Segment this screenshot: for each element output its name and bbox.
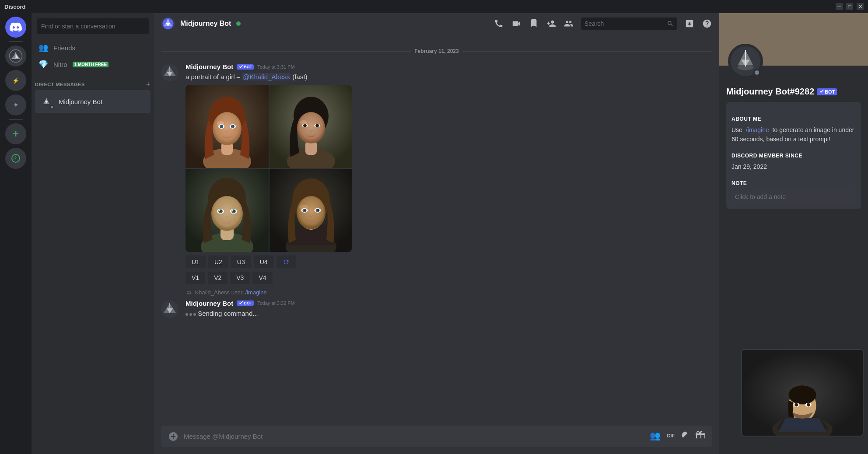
app-layout: ⚡ ✦ + Find or start a conversation 👥: [0, 13, 868, 454]
portrait-3: [186, 169, 269, 252]
date-line-right: [462, 51, 712, 52]
profile-info: Midjourney Bot#9282 BOT ABOUT ME Use /im…: [719, 66, 868, 216]
server-icon-nitro[interactable]: ⚡: [5, 70, 26, 91]
svg-point-17: [221, 126, 223, 127]
dot-2: [189, 313, 192, 316]
help-icon[interactable]: [702, 18, 712, 29]
discord-logo-icon[interactable]: [5, 17, 26, 38]
header-actions: Search: [494, 17, 712, 30]
svg-point-40: [220, 210, 222, 212]
note-input[interactable]: Click to add a note: [732, 190, 856, 204]
search-input-placeholder: Search: [584, 20, 604, 27]
find-conversation-search[interactable]: Find or start a conversation: [37, 18, 149, 34]
portrait-2: [270, 85, 352, 168]
portrait-4: [270, 169, 352, 252]
server-icon-home[interactable]: [5, 45, 26, 66]
dm-users-list: Midjourney Bot: [32, 90, 154, 113]
u1-button[interactable]: U1: [186, 255, 206, 268]
refresh-button[interactable]: [276, 255, 296, 268]
msg-header-2: Midjourney Bot BOT Today at 3:32 PM: [186, 300, 712, 307]
nitro-badge: 1 MONTH FREE: [73, 62, 108, 67]
svg-point-30: [300, 120, 307, 125]
video-icon[interactable]: [511, 18, 522, 29]
dm-sidebar: Find or start a conversation 👥 Friends 💎…: [32, 13, 154, 454]
header-search-bar[interactable]: Search: [581, 17, 677, 30]
msg-header-1: Midjourney Bot BOT Today at 3:31 PM: [186, 63, 712, 70]
svg-point-29: [315, 124, 319, 127]
profile-username-text: Midjourney Bot#9282: [726, 87, 814, 97]
dm-add-button[interactable]: +: [146, 80, 150, 88]
message-text-input[interactable]: [184, 433, 644, 440]
midjourney-bot-avatar: [38, 94, 54, 109]
server-icon-ai[interactable]: ✦: [5, 94, 26, 115]
svg-point-55: [299, 205, 308, 210]
friends-nav-item[interactable]: 👥 Friends: [35, 39, 150, 56]
member-since-title: DISCORD MEMBER SINCE: [732, 153, 856, 159]
sending-text: Sending command...: [198, 310, 258, 317]
svg-point-41: [233, 210, 235, 212]
call-icon[interactable]: [494, 18, 504, 29]
server-divider-2: [9, 119, 23, 120]
system-line: Khalid_Abess used /imagine: [154, 287, 719, 298]
u4-button[interactable]: U4: [254, 255, 274, 268]
v2-button[interactable]: V2: [208, 272, 228, 284]
system-text: Khalid_Abess used /imagine: [195, 289, 267, 296]
svg-point-18: [233, 126, 234, 127]
msg-text-1: a portrait of a girl – @Khalid_Abess (fa…: [186, 72, 712, 81]
message-input-box[interactable]: 👥 GIF: [161, 426, 712, 447]
v3-button[interactable]: V3: [230, 272, 250, 284]
svg-point-68: [794, 403, 798, 407]
v4-button[interactable]: V4: [252, 272, 272, 284]
channel-online-indicator: [236, 21, 241, 26]
add-member-icon[interactable]: [546, 18, 556, 29]
emoji-people-icon[interactable]: 👥: [650, 430, 661, 442]
title-bar: Discord ─ □ ✕: [0, 0, 868, 13]
friends-icon: 👥: [38, 43, 48, 52]
slash-command: /imagine: [245, 289, 267, 296]
dm-user-midjourney[interactable]: Midjourney Bot: [35, 90, 150, 113]
svg-point-54: [317, 209, 319, 211]
nitro-nav-item[interactable]: 💎 Nitro 1 MONTH FREE: [35, 56, 150, 73]
pin-icon[interactable]: [528, 18, 539, 29]
svg-text:GIF: GIF: [667, 433, 675, 438]
member-since-section: DISCORD MEMBER SINCE Jan 29, 2022: [732, 153, 856, 171]
nitro-label: Nitro: [53, 61, 67, 68]
profile-status-dot: [753, 69, 760, 76]
sticker-icon[interactable]: [681, 430, 690, 442]
about-me-title: ABOUT ME: [732, 116, 856, 122]
mention-khalid: @Khalid_Abess: [242, 73, 290, 80]
sending-dots: [186, 313, 196, 316]
webcam-feed: [742, 350, 863, 436]
add-attachment-icon[interactable]: [168, 431, 178, 442]
svg-point-12: [213, 112, 242, 145]
server-divider: [9, 41, 23, 42]
member-since-date: Jan 29, 2022: [732, 162, 856, 171]
inbox-icon[interactable]: [684, 18, 695, 29]
u3-button[interactable]: U3: [231, 255, 251, 268]
portrait-1: [186, 85, 269, 168]
svg-point-35: [211, 196, 243, 231]
minimize-button[interactable]: ─: [836, 3, 843, 10]
input-actions: 👥 GIF: [650, 430, 705, 442]
u2-button[interactable]: U2: [208, 255, 228, 268]
nitro-gift-icon[interactable]: [696, 430, 705, 442]
add-server-button[interactable]: +: [5, 123, 26, 144]
explore-servers-button[interactable]: [5, 148, 26, 169]
svg-point-19: [217, 121, 224, 126]
messages-area[interactable]: February 11, 2023 Midjourney Bot: [154, 34, 719, 422]
dm-section-title: DIRECT MESSAGES: [35, 82, 85, 87]
gif-icon[interactable]: GIF: [666, 430, 676, 442]
message-input-area: 👥 GIF: [154, 422, 719, 454]
member-list-icon[interactable]: [564, 18, 574, 29]
close-button[interactable]: ✕: [857, 3, 864, 10]
v1-button[interactable]: V1: [186, 272, 205, 284]
msg-avatar-1: [161, 64, 178, 81]
dm-nav-section: 👥 Friends 💎 Nitro 1 MONTH FREE: [32, 39, 154, 73]
svg-point-69: [807, 403, 810, 407]
msg-username-1: Midjourney Bot: [186, 63, 233, 70]
app-title: Discord: [4, 3, 25, 10]
message-group-1: Midjourney Bot BOT Today at 3:31 PM a po…: [154, 61, 719, 286]
note-title: NOTE: [732, 180, 856, 186]
maximize-button[interactable]: □: [846, 3, 853, 10]
profile-username: Midjourney Bot#9282 BOT: [726, 87, 861, 97]
